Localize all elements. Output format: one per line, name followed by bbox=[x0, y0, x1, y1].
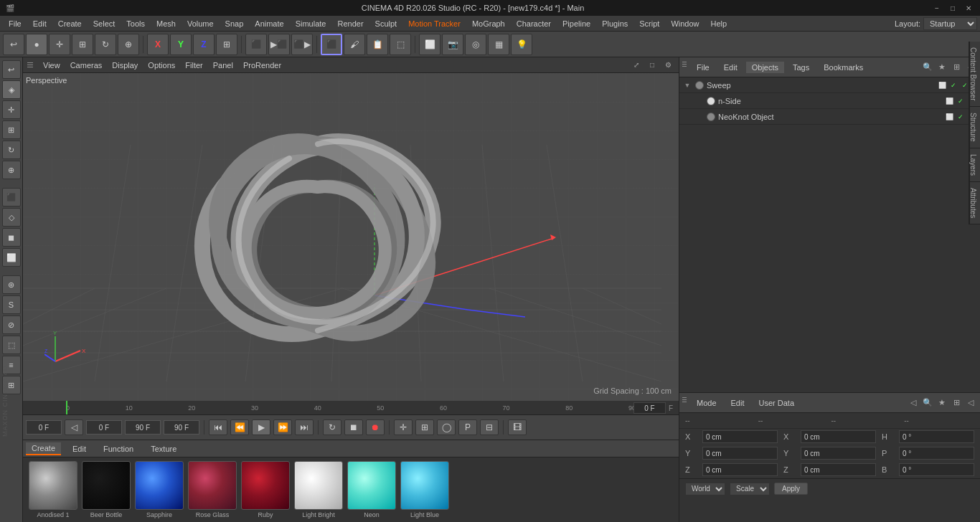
lt-move[interactable]: ✛ bbox=[2, 100, 21, 119]
am-tab-mode[interactable]: Mode bbox=[691, 397, 722, 409]
maximize-button[interactable]: □ bbox=[947, 2, 958, 14]
om-tab-file[interactable]: File bbox=[691, 62, 715, 73]
mat-beer-bottle[interactable]: Beer Bottle bbox=[82, 461, 131, 518]
menu-help[interactable]: Help bbox=[705, 18, 733, 29]
mat-anodised[interactable]: Anodised 1 bbox=[29, 461, 77, 518]
mat-tab-function[interactable]: Function bbox=[98, 443, 139, 455]
mat-ruby[interactable]: Ruby bbox=[241, 461, 290, 518]
menu-animate[interactable]: Animate bbox=[249, 18, 289, 29]
mat-tab-edit[interactable]: Edit bbox=[67, 443, 92, 455]
layout-select[interactable]: Startup Standard bbox=[923, 17, 977, 30]
lt-transform[interactable]: ⊕ bbox=[2, 161, 21, 179]
undo-button[interactable]: ↩ bbox=[3, 34, 24, 55]
menu-script[interactable]: Script bbox=[633, 18, 665, 29]
current-frame-input[interactable] bbox=[633, 402, 666, 414]
display-mode-btn[interactable]: ⬛ bbox=[321, 34, 342, 55]
play-btn[interactable]: ▶ bbox=[252, 419, 270, 435]
frame-prev-arrow[interactable]: ◁ bbox=[65, 419, 83, 435]
lt-select[interactable]: ◈ bbox=[2, 80, 21, 99]
viewport-drag-handle[interactable] bbox=[27, 60, 34, 71]
am-rot-h[interactable]: 0 ° bbox=[899, 430, 974, 443]
structure-tab[interactable]: Structure bbox=[969, 107, 980, 148]
lt-scale[interactable]: ⊞ bbox=[2, 120, 21, 139]
om-expand-sweep[interactable]: ▼ bbox=[682, 80, 692, 90]
am-collapse-icon[interactable]: ◁ bbox=[964, 397, 977, 409]
floors-btn[interactable]: ▦ bbox=[488, 34, 509, 55]
viewport-canvas[interactable]: Perspective bbox=[23, 73, 679, 401]
goto-start-btn[interactable]: ⏮ bbox=[209, 419, 227, 435]
end-frame-ctrl[interactable] bbox=[125, 420, 161, 435]
paint-mode-btn[interactable]: 🖌 bbox=[344, 34, 365, 55]
viewport-menu-prorender[interactable]: ProRender bbox=[239, 60, 286, 71]
content-browser-tab[interactable]: Content Browser bbox=[969, 42, 980, 107]
am-rot-b[interactable]: 0 ° bbox=[899, 463, 974, 476]
menu-window[interactable]: Window bbox=[665, 18, 705, 29]
x-axis-btn[interactable]: X bbox=[147, 34, 169, 55]
mat-sapphire[interactable]: Sapphire bbox=[135, 461, 184, 518]
om-tab-tags[interactable]: Tags bbox=[787, 62, 815, 73]
om-vis-neoknot-1[interactable]: ⬜ bbox=[944, 112, 954, 122]
start-frame-input[interactable] bbox=[26, 420, 62, 435]
viewport-menu-display[interactable]: Display bbox=[108, 60, 142, 71]
film-btn[interactable]: 🎞 bbox=[508, 419, 527, 435]
menu-mograph[interactable]: MoGraph bbox=[466, 18, 511, 29]
menu-edit[interactable]: Edit bbox=[27, 18, 52, 29]
attributes-tab[interactable]: Attributes bbox=[969, 182, 980, 224]
goto-end-btn[interactable]: ⏭ bbox=[295, 419, 314, 435]
viewport-menu-view[interactable]: View bbox=[39, 60, 65, 71]
viewport-menu-filter[interactable]: Filter bbox=[181, 60, 207, 71]
menu-snap[interactable]: Snap bbox=[220, 18, 250, 29]
move-tool[interactable]: ✛ bbox=[49, 34, 70, 55]
mat-light-blue[interactable]: Light Blue bbox=[400, 461, 449, 518]
stop-btn[interactable]: ⏹ bbox=[344, 419, 363, 435]
coord-world-select[interactable]: World bbox=[685, 483, 725, 495]
viewport-expand-icon[interactable]: ⤢ bbox=[630, 59, 643, 72]
om-search-icon[interactable]: 🔍 bbox=[921, 61, 934, 74]
am-drag-handle[interactable] bbox=[682, 397, 688, 409]
om-vis-neoknot-2[interactable]: ✓ bbox=[956, 112, 966, 122]
apply-button[interactable]: Apply bbox=[774, 483, 808, 495]
om-row-neoknot[interactable]: NeoKnot Object ⬜ ✓ ✓ bbox=[679, 109, 980, 125]
menu-mesh[interactable]: Mesh bbox=[151, 18, 182, 29]
current-frame-ctrl[interactable] bbox=[86, 420, 122, 435]
am-filter-icon[interactable]: ⊞ bbox=[950, 397, 963, 409]
am-search-icon[interactable]: 🔍 bbox=[921, 397, 934, 409]
objects-btn[interactable]: ◎ bbox=[465, 34, 486, 55]
unknown-btn1[interactable]: ⬚ bbox=[390, 34, 411, 55]
am-size-y[interactable]: 0 cm bbox=[801, 447, 876, 460]
om-tab-edit[interactable]: Edit bbox=[718, 62, 743, 73]
am-size-x[interactable]: 0 cm bbox=[801, 430, 876, 443]
light-btn[interactable]: 💡 bbox=[511, 34, 532, 55]
om-tab-objects[interactable]: Objects bbox=[746, 62, 784, 73]
prev-key-btn[interactable]: ⏪ bbox=[230, 419, 249, 435]
coord-system-btn[interactable]: ⊞ bbox=[216, 34, 237, 55]
om-vis-nside-1[interactable]: ⬜ bbox=[944, 96, 954, 106]
lt-polys[interactable]: ◼ bbox=[2, 228, 21, 247]
transform-tool[interactable]: ⊕ bbox=[118, 34, 139, 55]
om-tab-bookmarks[interactable]: Bookmarks bbox=[818, 62, 869, 73]
next-key-btn[interactable]: ⏩ bbox=[273, 419, 292, 435]
om-vis-sweep-2[interactable]: ✓ bbox=[948, 80, 958, 90]
viewport-maximize-icon[interactable]: □ bbox=[646, 59, 659, 72]
render-anim-btn[interactable]: ▶⬛ bbox=[268, 34, 290, 55]
record-btn[interactable]: ⏺ bbox=[366, 419, 385, 435]
menu-volume[interactable]: Volume bbox=[182, 18, 220, 29]
menu-tools[interactable]: Tools bbox=[121, 18, 151, 29]
lt-magnet[interactable]: ⊛ bbox=[2, 275, 21, 294]
mat-tab-create[interactable]: Create bbox=[26, 442, 61, 455]
mat-light-bright[interactable]: Light Bright bbox=[294, 461, 343, 518]
render-region-btn[interactable]: ⬛ bbox=[245, 34, 267, 55]
lt-rotate[interactable]: ↻ bbox=[2, 141, 21, 159]
am-pos-z[interactable]: 0 cm bbox=[702, 463, 778, 476]
z-axis-btn[interactable]: Z bbox=[193, 34, 215, 55]
om-vis-nside-2[interactable]: ✓ bbox=[956, 96, 966, 106]
viewport-settings-icon[interactable]: ⚙ bbox=[661, 59, 674, 72]
menu-create[interactable]: Create bbox=[52, 18, 88, 29]
viewport-menu-panel[interactable]: Panel bbox=[209, 60, 237, 71]
menu-sculpt[interactable]: Sculpt bbox=[369, 18, 403, 29]
timeline-playhead[interactable] bbox=[66, 401, 67, 414]
om-expand-nside[interactable] bbox=[694, 96, 704, 106]
om-row-sweep[interactable]: ▼ Sweep ⬜ ✓ ✓ bbox=[679, 77, 980, 93]
om-filter-icon[interactable]: ⊞ bbox=[950, 61, 963, 74]
cube-btn[interactable]: ⬜ bbox=[419, 34, 440, 55]
